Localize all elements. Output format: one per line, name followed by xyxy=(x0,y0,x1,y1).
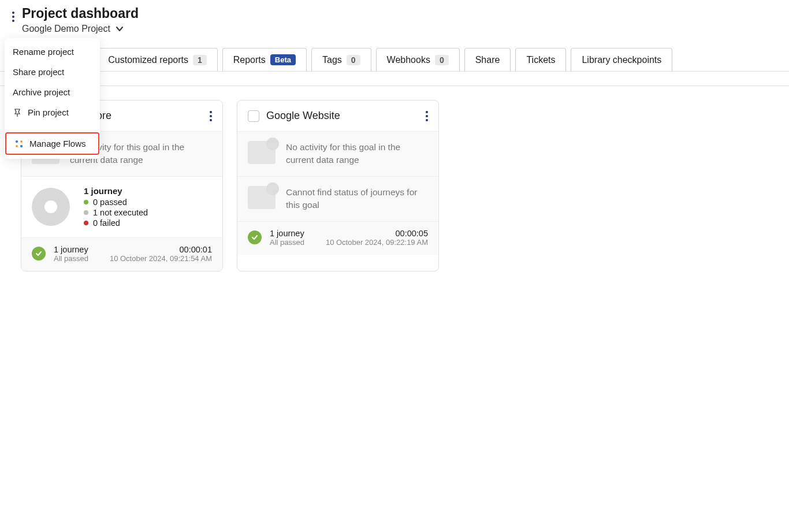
empty-state-icon xyxy=(248,186,276,209)
project-name: Google Demo Project xyxy=(22,24,110,34)
footer-status: All passed xyxy=(54,254,88,263)
goal-card: Google Website No activity for this goal… xyxy=(237,100,439,271)
menu-manage-flows[interactable]: Manage Flows xyxy=(5,132,99,155)
svg-point-3 xyxy=(20,145,23,147)
menu-archive-project[interactable]: Archive project xyxy=(5,82,100,102)
donut-chart xyxy=(32,188,70,226)
status-dot-not-executed xyxy=(84,210,88,215)
tab-share[interactable]: Share xyxy=(464,48,511,71)
journey-count: 1 journey xyxy=(84,186,148,196)
footer-journey: 1 journey xyxy=(54,245,88,254)
menu-share-project[interactable]: Share project xyxy=(5,62,100,82)
more-vertical-icon xyxy=(12,12,15,22)
tab-library-checkpoints[interactable]: Library checkpoints xyxy=(571,48,672,71)
badge-count: 1 xyxy=(193,55,207,65)
flows-icon xyxy=(14,139,24,148)
tab-tickets[interactable]: Tickets xyxy=(515,48,566,71)
journey-stats: 1 journey 0 passed 1 not executed 0 fail… xyxy=(84,186,148,228)
goal-more-button[interactable] xyxy=(210,111,212,121)
status-dot-passed xyxy=(84,200,88,204)
pin-icon xyxy=(13,108,22,117)
menu-pin-project[interactable]: Pin project xyxy=(5,102,100,122)
header-more-button[interactable] xyxy=(12,6,15,22)
svg-point-1 xyxy=(20,140,23,143)
svg-point-0 xyxy=(16,140,18,143)
goal-cards: Google Store No activity for this goal i… xyxy=(0,86,789,271)
footer-status: All passed xyxy=(270,238,304,247)
footer-timestamp: 10 October 2024, 09:22:19 AM xyxy=(326,238,428,247)
empty-state-icon xyxy=(248,141,276,164)
status-dot-failed xyxy=(84,221,88,225)
tab-reports[interactable]: Reports Beta xyxy=(222,48,307,71)
page-header: Project dashboard Google Demo Project xyxy=(0,0,789,34)
page-title: Project dashboard xyxy=(22,6,139,21)
tab-customized-reports[interactable]: Customized reports 1 xyxy=(97,48,218,71)
tab-tags[interactable]: Tags 0 xyxy=(311,48,371,71)
check-circle-icon xyxy=(248,230,262,244)
tab-webhooks[interactable]: Webhooks 0 xyxy=(376,48,460,71)
footer-journey: 1 journey xyxy=(270,229,304,238)
check-circle-icon xyxy=(32,247,46,261)
footer-timestamp: 10 October 2024, 09:21:54 AM xyxy=(110,254,212,263)
project-selector[interactable]: Google Demo Project xyxy=(22,24,139,34)
svg-point-2 xyxy=(16,145,18,147)
goal-title[interactable]: Google Website xyxy=(266,110,419,122)
menu-rename-project[interactable]: Rename project xyxy=(5,42,100,62)
goal-more-button[interactable] xyxy=(426,111,428,121)
no-activity-text: No activity for this goal in the current… xyxy=(286,141,428,167)
badge-count: 0 xyxy=(347,55,360,65)
footer-duration: 00:00:05 xyxy=(326,229,428,238)
project-menu: Rename project Share project Archive pro… xyxy=(5,38,100,159)
footer-duration: 00:00:01 xyxy=(110,245,212,254)
cannot-find-text: Cannot find status of journeys for this … xyxy=(286,186,428,212)
goal-checkbox[interactable] xyxy=(248,110,259,122)
badge-count: 0 xyxy=(435,55,449,65)
tabs-bar: uirements Customized reports 1 Reports B… xyxy=(0,48,789,72)
chevron-down-icon xyxy=(115,24,124,34)
badge-beta: Beta xyxy=(270,54,296,65)
